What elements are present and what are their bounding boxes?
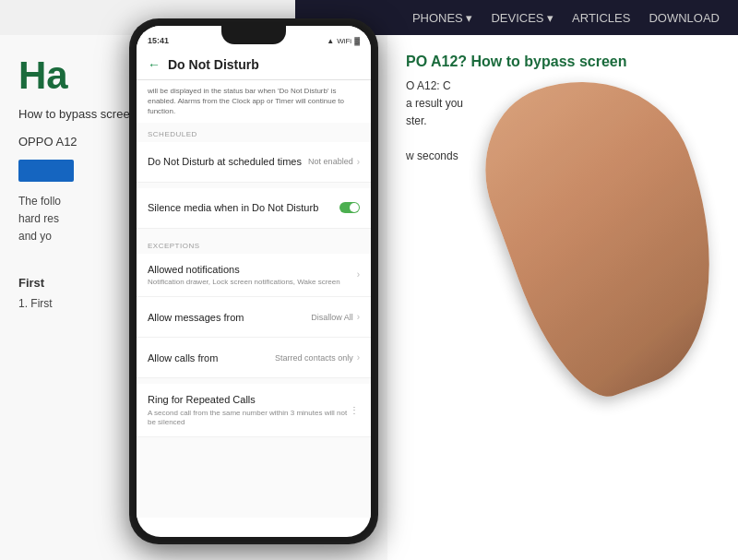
- allow-messages-chevron: ›: [357, 312, 360, 322]
- allowed-notifications-right: ›: [357, 269, 360, 280]
- ring-repeated-left: Ring for Repeated Calls A second call fr…: [148, 393, 350, 427]
- scheduled-section-label: SCHEDULED: [137, 123, 371, 142]
- more-options-icon[interactable]: ⋮: [350, 405, 360, 415]
- right-title: PO A12? How to bypass screen: [406, 54, 720, 70]
- nav-devices[interactable]: DEVICES ▾: [491, 11, 554, 25]
- page-title: Do Not Disturb: [168, 57, 259, 72]
- allow-calls-title: Allow calls from: [148, 351, 275, 364]
- ring-repeated-item[interactable]: Ring for Repeated Calls A second call fr…: [137, 384, 371, 437]
- ring-repeated-subtitle: A second call from the same number withi…: [148, 409, 350, 428]
- scheduled-times-value: Not enabled: [308, 157, 353, 166]
- allowed-notifications-subtitle: Notification drawer, Lock screen notific…: [148, 278, 357, 287]
- phone-device: 15:41 ▲ WiFi ▓ ← Do Not Disturb will be …: [129, 18, 378, 544]
- allowed-notifications-chevron: ›: [357, 269, 360, 280]
- allow-messages-value: Disallow All: [311, 313, 353, 322]
- back-button[interactable]: ←: [148, 57, 161, 72]
- allow-messages-item[interactable]: Allow messages from Disallow All ›: [137, 297, 371, 338]
- allow-messages-right: Disallow All ›: [311, 312, 360, 322]
- battery-icon: ▓: [354, 37, 360, 45]
- status-time: 15:41: [148, 36, 169, 45]
- nav-phones[interactable]: PHONES ▾: [412, 11, 473, 25]
- status-icons: ▲ WiFi ▓: [327, 37, 360, 45]
- allow-calls-right: Starred contacts only ›: [275, 352, 360, 363]
- phone-body: 15:41 ▲ WiFi ▓ ← Do Not Disturb will be …: [129, 18, 378, 544]
- allow-messages-left: Allow messages from: [148, 311, 311, 324]
- chevron-icon: ›: [357, 157, 360, 167]
- allowed-notifications-title: Allowed notifications: [148, 263, 357, 276]
- app-header: ← Do Not Disturb: [137, 52, 371, 80]
- ring-repeated-right: ⋮: [350, 405, 360, 415]
- silence-media-item[interactable]: Silence media when in Do Not Disturb: [137, 188, 371, 229]
- scheduled-times-right: Not enabled ›: [308, 157, 360, 167]
- phone-screen: 15:41 ▲ WiFi ▓ ← Do Not Disturb will be …: [137, 26, 371, 537]
- scheduled-times-left: Do Not Disturb at scheduled times: [148, 155, 308, 168]
- description-text: will be displayed in the status bar when…: [137, 80, 371, 123]
- signal-icon: ▲: [327, 37, 334, 45]
- exceptions-section-label: EXCEPTIONS: [137, 234, 371, 254]
- allowed-notifications-left: Allowed notifications Notification drawe…: [148, 263, 357, 288]
- allow-calls-left: Allow calls from: [148, 351, 275, 364]
- phone-notch: [221, 26, 286, 44]
- scheduled-times-title: Do Not Disturb at scheduled times: [148, 155, 308, 168]
- silence-media-title: Silence media when in Do Not Disturb: [148, 201, 339, 214]
- silence-media-toggle[interactable]: [339, 202, 360, 213]
- allow-calls-value: Starred contacts only: [275, 353, 353, 363]
- nav-articles[interactable]: ARTICLES: [572, 11, 630, 25]
- wifi-icon: WiFi: [337, 37, 351, 45]
- scheduled-times-item[interactable]: Do Not Disturb at scheduled times Not en…: [137, 142, 371, 183]
- allow-messages-title: Allow messages from: [148, 311, 311, 324]
- silence-media-right: [339, 202, 360, 213]
- ring-repeated-title: Ring for Repeated Calls: [148, 393, 350, 406]
- allow-calls-chevron: ›: [357, 352, 360, 363]
- silence-media-left: Silence media when in Do Not Disturb: [148, 201, 339, 214]
- nav-download[interactable]: DOWNLOAD: [649, 11, 720, 25]
- allowed-notifications-item[interactable]: Allowed notifications Notification drawe…: [137, 254, 371, 298]
- scroll-content[interactable]: will be displayed in the status bar when…: [137, 80, 371, 518]
- blue-bar: [18, 160, 74, 182]
- allow-calls-item[interactable]: Allow calls from Starred contacts only ›: [137, 338, 371, 378]
